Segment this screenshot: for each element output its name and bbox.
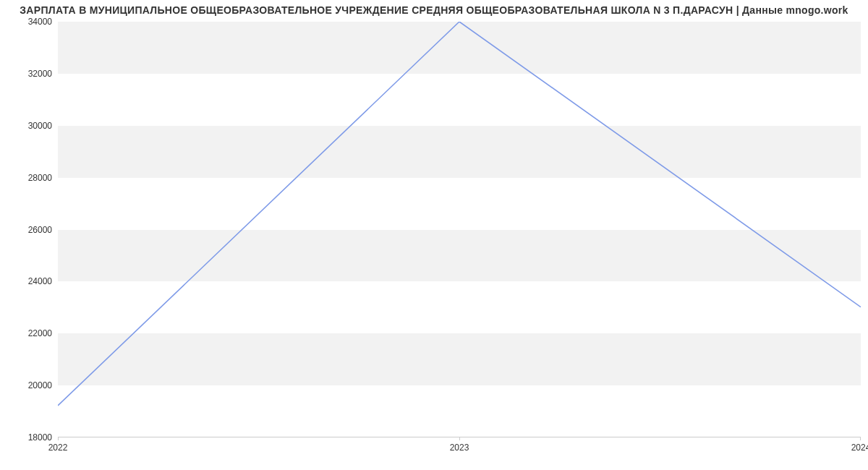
y-tick-label: 32000 bbox=[1, 69, 52, 79]
y-tick-label: 26000 bbox=[1, 225, 52, 235]
x-tick-label: 2023 bbox=[450, 443, 469, 453]
grid-band bbox=[58, 126, 861, 178]
chart-title: ЗАРПЛАТА В МУНИЦИПАЛЬНОЕ ОБЩЕОБРАЗОВАТЕЛ… bbox=[0, 4, 868, 16]
y-tick-label: 18000 bbox=[1, 432, 52, 443]
y-tick-label: 22000 bbox=[1, 328, 52, 338]
chart-container: ЗАРПЛАТА В МУНИЦИПАЛЬНОЕ ОБЩЕОБРАЗОВАТЕЛ… bbox=[0, 0, 868, 470]
y-tick-label: 24000 bbox=[1, 276, 52, 286]
y-axis: 18000 20000 22000 24000 26000 28000 3000… bbox=[0, 22, 56, 437]
y-tick-label: 30000 bbox=[1, 121, 52, 131]
grid-band bbox=[58, 333, 861, 385]
y-tick-label: 20000 bbox=[1, 380, 52, 390]
grid-band bbox=[58, 22, 861, 74]
y-tick-label: 34000 bbox=[1, 17, 52, 27]
plot-area bbox=[58, 22, 861, 437]
y-tick-label: 28000 bbox=[1, 173, 52, 183]
x-tick-label: 2022 bbox=[48, 443, 68, 453]
grid-band bbox=[58, 230, 861, 282]
x-axis: 2022 2023 2024 bbox=[58, 440, 861, 454]
x-tick-label: 2024 bbox=[851, 443, 868, 453]
